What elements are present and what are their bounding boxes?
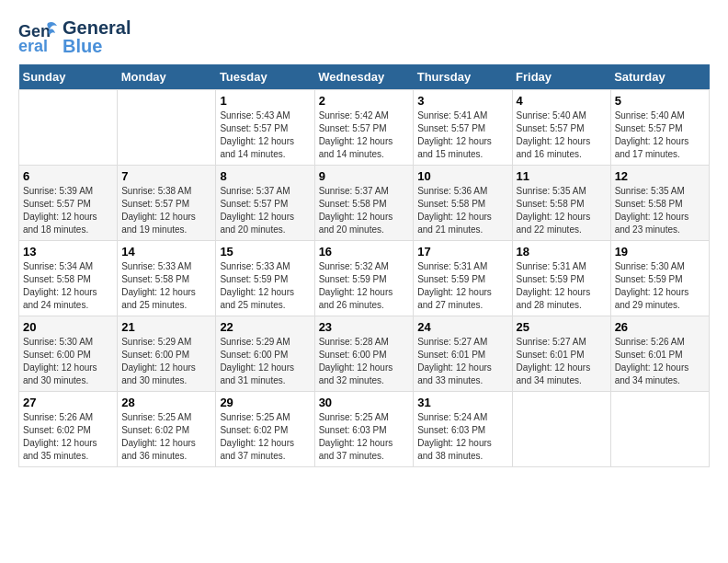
day-info: Sunrise: 5:32 AM Sunset: 5:59 PM Dayligh… (319, 260, 410, 312)
calendar-cell: 9Sunrise: 5:37 AM Sunset: 5:58 PM Daylig… (314, 166, 414, 241)
calendar-cell: 19Sunrise: 5:30 AM Sunset: 5:59 PM Dayli… (610, 241, 709, 316)
day-number: 18 (517, 245, 607, 259)
day-info: Sunrise: 5:38 AM Sunset: 5:57 PM Dayligh… (121, 185, 211, 236)
day-number: 5 (615, 94, 705, 108)
day-info: Sunrise: 5:25 AM Sunset: 6:02 PM Dayligh… (121, 411, 211, 463)
day-number: 31 (417, 396, 507, 409)
calendar-cell: 22Sunrise: 5:29 AM Sunset: 6:00 PM Dayli… (216, 316, 314, 392)
day-info: Sunrise: 5:35 AM Sunset: 5:58 PM Dayligh… (517, 185, 607, 236)
calendar-cell: 30Sunrise: 5:25 AM Sunset: 6:03 PM Dayli… (314, 392, 414, 467)
calendar-cell (512, 392, 610, 467)
calendar-cell: 1Sunrise: 5:43 AM Sunset: 5:57 PM Daylig… (216, 90, 314, 166)
day-info: Sunrise: 5:27 AM Sunset: 6:01 PM Dayligh… (417, 336, 507, 387)
day-number: 14 (121, 245, 211, 259)
day-number: 13 (23, 245, 113, 259)
day-info: Sunrise: 5:34 AM Sunset: 5:58 PM Dayligh… (23, 260, 113, 312)
day-info: Sunrise: 5:31 AM Sunset: 5:59 PM Dayligh… (517, 260, 607, 312)
calendar-cell: 7Sunrise: 5:38 AM Sunset: 5:57 PM Daylig… (118, 166, 216, 241)
day-info: Sunrise: 5:39 AM Sunset: 5:57 PM Dayligh… (23, 185, 113, 236)
day-number: 19 (615, 245, 705, 259)
calendar-cell: 4Sunrise: 5:40 AM Sunset: 5:57 PM Daylig… (512, 90, 610, 166)
day-number: 8 (220, 169, 310, 183)
day-number: 28 (121, 396, 211, 409)
day-info: Sunrise: 5:36 AM Sunset: 5:58 PM Dayligh… (417, 185, 507, 236)
day-number: 24 (417, 320, 507, 334)
day-info: Sunrise: 5:37 AM Sunset: 5:57 PM Dayligh… (220, 185, 310, 236)
calendar-cell (118, 90, 216, 166)
day-number: 21 (121, 320, 211, 334)
day-number: 17 (417, 245, 507, 259)
day-info: Sunrise: 5:25 AM Sunset: 6:03 PM Dayligh… (319, 411, 410, 463)
calendar-cell: 10Sunrise: 5:36 AM Sunset: 5:58 PM Dayli… (414, 166, 512, 241)
day-of-week-header: Thursday (414, 64, 512, 90)
day-number: 9 (319, 169, 410, 183)
day-info: Sunrise: 5:31 AM Sunset: 5:59 PM Dayligh… (417, 260, 507, 312)
calendar-cell: 21Sunrise: 5:29 AM Sunset: 6:00 PM Dayli… (118, 316, 216, 392)
day-number: 15 (220, 245, 310, 259)
day-info: Sunrise: 5:41 AM Sunset: 5:57 PM Dayligh… (417, 109, 507, 161)
calendar-cell: 11Sunrise: 5:35 AM Sunset: 5:58 PM Dayli… (512, 166, 610, 241)
page-header: Gen eral General Blue (18, 18, 710, 55)
day-info: Sunrise: 5:33 AM Sunset: 5:58 PM Dayligh… (121, 260, 211, 312)
day-of-week-header: Monday (118, 64, 216, 90)
calendar-cell: 13Sunrise: 5:34 AM Sunset: 5:58 PM Dayli… (19, 241, 118, 316)
day-of-week-header: Wednesday (314, 64, 414, 90)
day-info: Sunrise: 5:29 AM Sunset: 6:00 PM Dayligh… (220, 336, 310, 387)
calendar-cell: 18Sunrise: 5:31 AM Sunset: 5:59 PM Dayli… (512, 241, 610, 316)
day-info: Sunrise: 5:30 AM Sunset: 6:00 PM Dayligh… (23, 336, 113, 387)
calendar-cell: 16Sunrise: 5:32 AM Sunset: 5:59 PM Dayli… (314, 241, 414, 316)
day-number: 30 (319, 396, 410, 409)
day-number: 2 (319, 94, 410, 108)
calendar-cell: 15Sunrise: 5:33 AM Sunset: 5:59 PM Dayli… (216, 241, 314, 316)
day-info: Sunrise: 5:40 AM Sunset: 5:57 PM Dayligh… (615, 109, 705, 161)
day-info: Sunrise: 5:43 AM Sunset: 5:57 PM Dayligh… (220, 109, 310, 161)
calendar-cell: 6Sunrise: 5:39 AM Sunset: 5:57 PM Daylig… (19, 166, 118, 241)
day-info: Sunrise: 5:26 AM Sunset: 6:02 PM Dayligh… (23, 411, 113, 463)
day-info: Sunrise: 5:26 AM Sunset: 6:01 PM Dayligh… (615, 336, 705, 387)
day-info: Sunrise: 5:25 AM Sunset: 6:02 PM Dayligh… (220, 411, 310, 463)
day-number: 23 (319, 320, 410, 334)
calendar-cell: 25Sunrise: 5:27 AM Sunset: 6:01 PM Dayli… (512, 316, 610, 392)
calendar-cell (610, 392, 709, 467)
day-number: 27 (23, 396, 113, 409)
calendar-cell: 26Sunrise: 5:26 AM Sunset: 6:01 PM Dayli… (610, 316, 709, 392)
calendar-cell: 24Sunrise: 5:27 AM Sunset: 6:01 PM Dayli… (414, 316, 512, 392)
day-number: 4 (517, 94, 607, 108)
day-number: 12 (615, 169, 705, 183)
day-info: Sunrise: 5:29 AM Sunset: 6:00 PM Dayligh… (121, 336, 211, 387)
calendar-cell: 29Sunrise: 5:25 AM Sunset: 6:02 PM Dayli… (216, 392, 314, 467)
calendar-cell: 2Sunrise: 5:42 AM Sunset: 5:57 PM Daylig… (314, 90, 414, 166)
calendar-table: SundayMondayTuesdayWednesdayThursdayFrid… (18, 64, 710, 467)
day-info: Sunrise: 5:40 AM Sunset: 5:57 PM Dayligh… (517, 109, 607, 161)
calendar-cell: 20Sunrise: 5:30 AM Sunset: 6:00 PM Dayli… (19, 316, 118, 392)
calendar-cell: 3Sunrise: 5:41 AM Sunset: 5:57 PM Daylig… (414, 90, 512, 166)
day-info: Sunrise: 5:24 AM Sunset: 6:03 PM Dayligh… (417, 411, 507, 463)
day-number: 11 (517, 169, 607, 183)
day-of-week-header: Saturday (610, 64, 709, 90)
day-info: Sunrise: 5:28 AM Sunset: 6:00 PM Dayligh… (319, 336, 410, 387)
calendar-cell: 27Sunrise: 5:26 AM Sunset: 6:02 PM Dayli… (19, 392, 118, 467)
calendar-cell: 12Sunrise: 5:35 AM Sunset: 5:58 PM Dayli… (610, 166, 709, 241)
calendar-cell: 28Sunrise: 5:25 AM Sunset: 6:02 PM Dayli… (118, 392, 216, 467)
calendar-cell: 31Sunrise: 5:24 AM Sunset: 6:03 PM Dayli… (414, 392, 512, 467)
day-number: 29 (220, 396, 310, 409)
day-info: Sunrise: 5:37 AM Sunset: 5:58 PM Dayligh… (319, 185, 410, 236)
day-number: 25 (517, 320, 607, 334)
calendar-cell (19, 90, 118, 166)
day-number: 22 (220, 320, 310, 334)
day-info: Sunrise: 5:27 AM Sunset: 6:01 PM Dayligh… (517, 336, 607, 387)
day-number: 10 (417, 169, 507, 183)
calendar-cell: 8Sunrise: 5:37 AM Sunset: 5:57 PM Daylig… (216, 166, 314, 241)
day-info: Sunrise: 5:30 AM Sunset: 5:59 PM Dayligh… (615, 260, 705, 312)
day-number: 3 (417, 94, 507, 108)
day-number: 16 (319, 245, 410, 259)
day-info: Sunrise: 5:42 AM Sunset: 5:57 PM Dayligh… (319, 109, 410, 161)
day-number: 20 (23, 320, 113, 334)
svg-text:eral: eral (18, 37, 48, 55)
calendar-cell: 23Sunrise: 5:28 AM Sunset: 6:00 PM Dayli… (314, 316, 414, 392)
calendar-cell: 5Sunrise: 5:40 AM Sunset: 5:57 PM Daylig… (610, 90, 709, 166)
logo: Gen eral General Blue (18, 18, 131, 55)
day-info: Sunrise: 5:33 AM Sunset: 5:59 PM Dayligh… (220, 260, 310, 312)
day-number: 6 (23, 169, 113, 183)
day-number: 26 (615, 320, 705, 334)
